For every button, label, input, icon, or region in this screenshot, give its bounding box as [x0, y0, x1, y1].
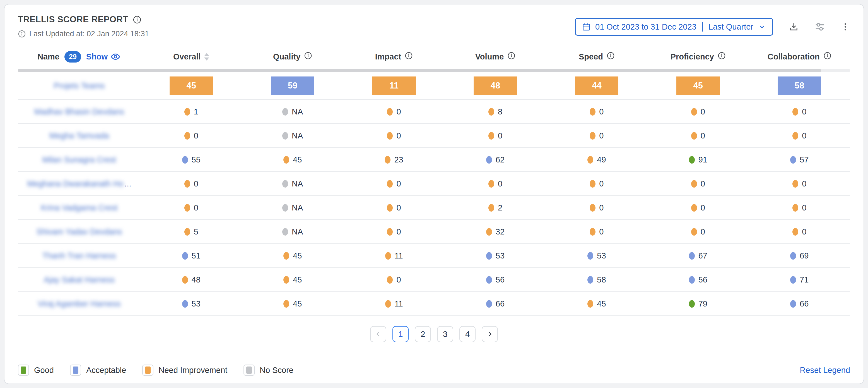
date-range-button[interactable]: 01 Oct 2023 to 31 Dec 2023 Last Quarter — [575, 18, 773, 36]
score-value: 62 — [496, 155, 504, 165]
info-icon[interactable] — [824, 52, 832, 60]
summary-row: Projets Teams45591148444558 — [18, 72, 850, 100]
team-name-link[interactable]: Shivam Yadav Devdans — [18, 227, 141, 236]
team-name-link[interactable]: Milan Sunagra Crest — [18, 155, 141, 165]
score-cell-proficiency: 0 — [647, 179, 749, 188]
score-cell-proficiency: 0 — [647, 131, 749, 141]
download-button[interactable] — [789, 22, 799, 32]
horizontal-scrollbar[interactable] — [18, 69, 850, 72]
table-row: Madhav Bhasin Devdans1NA08000 — [18, 100, 850, 124]
score-cell-overall: 51 — [141, 251, 242, 261]
info-icon-wrap[interactable] — [507, 52, 516, 62]
column-header-quality[interactable]: Quality — [242, 52, 343, 62]
score-cell-quality: NA — [242, 107, 343, 116]
score-level-dot — [182, 300, 188, 308]
legend-item-good[interactable]: Good — [18, 364, 54, 376]
more-options-button[interactable] — [841, 22, 850, 32]
score-value: 53 — [496, 251, 504, 261]
score-cell-volume: 8 — [444, 107, 546, 116]
score-cell-volume: 32 — [444, 227, 546, 236]
page-button-3[interactable]: 3 — [437, 326, 453, 342]
column-header-proficiency[interactable]: Proficiency — [647, 52, 749, 62]
next-page-button[interactable] — [482, 326, 498, 342]
score-value: NA — [292, 131, 303, 141]
score-value: 0 — [396, 107, 401, 116]
summary-cell-volume: 48 — [444, 77, 546, 95]
score-level-dot — [486, 228, 492, 236]
score-level-dot — [282, 204, 288, 212]
score-value: 45 — [293, 251, 302, 261]
score-value: 1 — [194, 107, 198, 116]
legend-item-no-score[interactable]: No Score — [244, 364, 293, 376]
summary-cell-collaboration: 58 — [749, 77, 850, 95]
team-name-link[interactable]: Krina Vadgama Crest — [18, 203, 141, 212]
sort-icon[interactable] — [204, 53, 209, 61]
table-body: Projets Teams45591148444558Madhav Bhasin… — [18, 72, 850, 316]
page-button-2[interactable]: 2 — [415, 326, 431, 342]
team-name-link[interactable]: Meghana Dwarakanath Ho... — [18, 179, 141, 188]
score-bar: 59 — [271, 77, 314, 95]
score-level-dot — [790, 156, 796, 163]
table-header-row: Name 29 Show OverallQualityImpactVolumeS… — [18, 44, 850, 69]
score-level-dot — [385, 252, 391, 260]
info-icon-wrap[interactable] — [304, 52, 312, 62]
score-value: 0 — [396, 227, 401, 236]
info-icon-wrap[interactable] — [824, 52, 832, 62]
team-name-link[interactable]: Madhav Bhasin Devdans — [18, 107, 141, 116]
trellis-score-report-card: TRELLIS SCORE REPORT Last Updated at: 02… — [4, 4, 864, 384]
score-level-dot — [691, 180, 697, 187]
team-name-link[interactable]: Megha Tamvada — [18, 131, 141, 141]
legend-item-acceptable[interactable]: Acceptable — [70, 364, 126, 376]
pagination: 1234 — [18, 326, 850, 342]
prev-page-button[interactable] — [370, 326, 386, 342]
info-icon[interactable] — [718, 52, 726, 60]
score-level-dot — [689, 300, 695, 308]
score-value: 0 — [194, 131, 198, 141]
title-info-icon[interactable] — [133, 16, 142, 24]
column-header-overall[interactable]: Overall — [141, 52, 242, 61]
score-value: 53 — [597, 251, 606, 261]
info-icon[interactable] — [507, 52, 516, 60]
column-header-volume[interactable]: Volume — [444, 52, 546, 62]
score-value: 45 — [597, 299, 606, 308]
page-button-1[interactable]: 1 — [393, 326, 409, 342]
info-icon[interactable] — [405, 52, 413, 60]
team-name-link[interactable]: Projets Teams — [18, 81, 141, 90]
date-preset-text: Last Quarter — [709, 22, 753, 32]
score-cell-volume: 66 — [444, 299, 546, 308]
score-level-dot — [385, 300, 391, 308]
column-header-speed[interactable]: Speed — [546, 52, 647, 62]
score-level-dot — [590, 132, 595, 140]
score-cell-overall: 0 — [141, 131, 242, 141]
score-value: 79 — [699, 299, 707, 308]
team-name-link[interactable]: Viraj Agamber Harness — [18, 299, 141, 308]
legend-swatch — [246, 366, 252, 374]
score-level-dot — [793, 228, 798, 236]
info-icon-wrap[interactable] — [607, 52, 615, 62]
scrollbar-thumb[interactable] — [18, 69, 821, 72]
show-names-toggle[interactable]: Show — [86, 52, 121, 62]
score-level-dot — [387, 204, 393, 212]
info-icon-wrap[interactable] — [405, 52, 413, 62]
legend-item-need-improvement[interactable]: Need Improvement — [142, 364, 227, 376]
reset-legend-link[interactable]: Reset Legend — [800, 366, 850, 375]
score-value: 0 — [599, 227, 603, 236]
team-name-link[interactable]: Ajay Sakat Harness — [18, 275, 141, 285]
score-cell-speed: 45 — [546, 299, 647, 308]
legend-swatch-box — [18, 364, 29, 376]
score-value: 0 — [396, 131, 401, 141]
score-level-dot — [283, 252, 289, 260]
info-icon[interactable] — [304, 52, 312, 60]
score-cell-volume: 53 — [444, 251, 546, 261]
column-label: Overall — [173, 52, 200, 61]
column-header-collaboration[interactable]: Collaboration — [749, 52, 850, 62]
score-cell-proficiency: 91 — [647, 155, 749, 165]
team-name-link[interactable]: Thanh Tran Harness — [18, 251, 141, 261]
column-header-impact[interactable]: Impact — [343, 52, 444, 62]
page-button-4[interactable]: 4 — [459, 326, 475, 342]
score-cell-volume: 0 — [444, 179, 546, 188]
legend-label: Good — [34, 366, 54, 375]
info-icon-wrap[interactable] — [718, 52, 726, 62]
column-settings-button[interactable] — [814, 22, 825, 32]
info-icon[interactable] — [607, 52, 615, 60]
